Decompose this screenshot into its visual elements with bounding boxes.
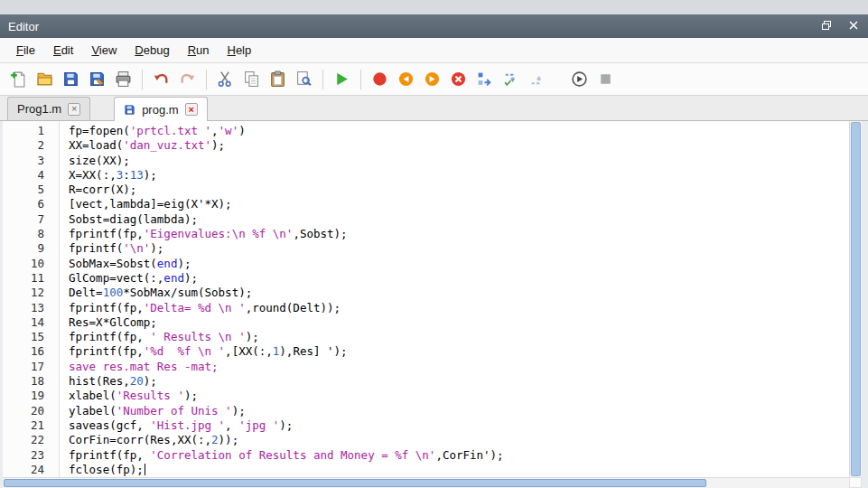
line-number: 22 bbox=[3, 433, 44, 447]
float-window-icon bbox=[821, 20, 832, 33]
float-window-button[interactable] bbox=[820, 20, 833, 33]
scrollbar-corner bbox=[849, 477, 862, 488]
find-replace-icon[interactable] bbox=[292, 67, 316, 91]
step-in-icon[interactable] bbox=[499, 67, 523, 91]
menubar: FileEditViewDebugRunHelp bbox=[0, 38, 868, 63]
code-line[interactable]: X=XX(:,3:13); bbox=[69, 168, 849, 183]
step-forward-icon[interactable] bbox=[420, 67, 444, 91]
stop-icon[interactable] bbox=[593, 67, 618, 91]
step-out-icon[interactable] bbox=[525, 67, 549, 91]
code-line[interactable]: Res=X*GlComp; bbox=[69, 315, 849, 330]
cut-icon[interactable] bbox=[213, 67, 238, 91]
code-line[interactable]: Delt=100*SobMax/sum(Sobst); bbox=[69, 286, 849, 300]
menu-debug[interactable]: Debug bbox=[126, 40, 178, 61]
tab-label: Prog1.m bbox=[17, 102, 61, 116]
line-number: 8 bbox=[3, 227, 44, 241]
code-line[interactable]: fprintf(fp,'%d %f \n ',[XX(:,1),Res] '); bbox=[69, 344, 849, 359]
code-line[interactable]: [vect,lambda]=eig(X'*X); bbox=[69, 197, 849, 211]
line-number: 18 bbox=[3, 374, 44, 389]
run-icon[interactable] bbox=[330, 67, 354, 91]
code-area[interactable]: fp=fopen('prtcl.txt ','w')XX=load('dan_v… bbox=[60, 121, 849, 477]
line-number: 16 bbox=[3, 344, 44, 359]
line-number: 7 bbox=[3, 212, 44, 227]
code-line[interactable]: fprintf(fp,'Delta= %d \n ',round(Delt)); bbox=[69, 301, 849, 315]
vertical-scrollbar[interactable] bbox=[849, 121, 862, 477]
horizontal-scrollbar[interactable] bbox=[3, 477, 849, 488]
horizontal-scrollbar-thumb[interactable] bbox=[4, 479, 706, 487]
save-icon[interactable] bbox=[59, 67, 83, 91]
code-line[interactable]: xlabel('Results '); bbox=[69, 389, 849, 403]
line-number: 15 bbox=[3, 330, 44, 344]
toolbar-separator bbox=[206, 70, 207, 89]
code-line[interactable]: size(XX); bbox=[69, 154, 849, 168]
line-number: 5 bbox=[3, 183, 44, 197]
toolbar bbox=[0, 63, 868, 96]
line-number: 21 bbox=[3, 418, 44, 433]
tab-prog1.m[interactable]: Prog1.m× bbox=[7, 97, 90, 120]
code-line[interactable]: fprintf('\n'); bbox=[69, 241, 849, 256]
line-number: 11 bbox=[3, 271, 44, 286]
stop-debug-icon[interactable] bbox=[446, 67, 471, 91]
menu-run[interactable]: Run bbox=[179, 40, 219, 61]
line-number: 2 bbox=[3, 138, 44, 153]
step-back-icon[interactable] bbox=[394, 67, 418, 91]
line-number: 12 bbox=[3, 286, 44, 300]
line-number: 23 bbox=[3, 448, 44, 463]
new-file-icon[interactable] bbox=[6, 67, 31, 91]
toolbar-separator bbox=[142, 70, 143, 89]
code-line[interactable]: SobMax=Sobst(end); bbox=[69, 257, 849, 271]
code-line[interactable]: fprintf(fp,'Eigenvalues:\n %f \n',Sobst)… bbox=[69, 227, 849, 241]
bottom-scroll-row bbox=[3, 477, 862, 488]
code-line[interactable]: saveas(gcf, 'Hist.jpg ', 'jpg '); bbox=[69, 418, 849, 433]
line-number: 13 bbox=[3, 301, 44, 315]
code-editor[interactable]: 123456789101112131415161718192021222324 … bbox=[3, 121, 849, 477]
undo-icon[interactable] bbox=[149, 67, 173, 91]
run-to-cursor-icon[interactable] bbox=[567, 67, 592, 91]
menu-edit[interactable]: Edit bbox=[44, 40, 82, 61]
step-icon[interactable] bbox=[472, 67, 497, 91]
titlebar[interactable]: Editor bbox=[0, 14, 868, 38]
record-icon[interactable] bbox=[368, 67, 392, 91]
code-line[interactable]: fclose(fp); bbox=[69, 463, 849, 477]
code-line[interactable]: Sobst=diag(lambda); bbox=[69, 212, 849, 227]
line-number: 19 bbox=[3, 389, 44, 403]
code-line[interactable]: CorFin=corr(Res,XX(:,2)); bbox=[69, 433, 849, 447]
code-line[interactable]: R=corr(X); bbox=[69, 183, 849, 197]
toolbar-separator bbox=[322, 70, 323, 89]
menu-view[interactable]: View bbox=[82, 40, 126, 61]
tab-close-button[interactable]: × bbox=[68, 103, 80, 116]
window-title: Editor bbox=[8, 20, 39, 33]
code-line[interactable]: fprintf(fp, 'Correlation of Results and … bbox=[69, 448, 849, 463]
print-icon[interactable] bbox=[111, 67, 135, 91]
tab-bar: Prog1.m×prog.m× bbox=[0, 96, 868, 121]
save-as-icon[interactable] bbox=[85, 67, 109, 91]
line-number: 4 bbox=[3, 168, 44, 183]
line-number: 10 bbox=[3, 257, 44, 271]
vertical-scrollbar-thumb[interactable] bbox=[851, 122, 861, 476]
code-line[interactable]: GlComp=vect(:,end); bbox=[69, 271, 849, 286]
line-number: 17 bbox=[3, 360, 44, 374]
open-folder-icon[interactable] bbox=[33, 67, 57, 91]
menu-file[interactable]: File bbox=[7, 40, 44, 61]
close-window-icon bbox=[848, 20, 859, 33]
paste-icon[interactable] bbox=[266, 67, 290, 91]
line-number: 3 bbox=[3, 154, 44, 168]
line-number: 9 bbox=[3, 241, 44, 256]
menu-help[interactable]: Help bbox=[219, 40, 261, 61]
code-line[interactable]: fp=fopen('prtcl.txt ','w') bbox=[69, 124, 849, 138]
code-line[interactable]: hist(Res,20); bbox=[69, 374, 849, 389]
close-window-button[interactable] bbox=[847, 20, 860, 33]
code-line[interactable]: fprintf(fp, ' Results \n '); bbox=[69, 330, 849, 344]
line-number-gutter: 123456789101112131415161718192021222324 bbox=[3, 121, 60, 477]
redo-icon[interactable] bbox=[175, 67, 200, 91]
code-line[interactable]: XX=load('dan_vuz.txt'); bbox=[69, 138, 849, 153]
text-cursor bbox=[145, 464, 146, 475]
copy-icon[interactable] bbox=[239, 67, 264, 91]
line-number: 14 bbox=[3, 315, 44, 330]
unsaved-file-icon bbox=[124, 104, 135, 116]
tab-prog.m[interactable]: prog.m× bbox=[114, 97, 207, 121]
code-line[interactable]: ylabel('Number of Unis '); bbox=[69, 404, 849, 418]
code-line[interactable]: save res.mat Res -mat; bbox=[69, 360, 849, 374]
desktop-strip bbox=[0, 0, 868, 14]
tab-close-button[interactable]: × bbox=[185, 103, 198, 116]
